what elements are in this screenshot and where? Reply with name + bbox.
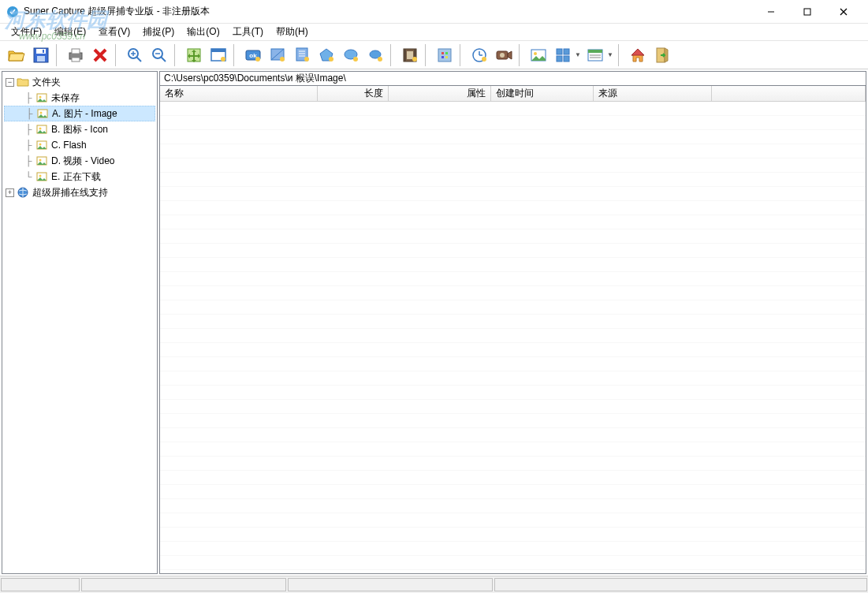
menu-file[interactable]: 文件(F): [5, 24, 48, 40]
capture-region-button[interactable]: [266, 43, 289, 67]
capture-ok-button[interactable]: ok: [241, 43, 265, 67]
svg-rect-7: [37, 56, 45, 62]
printer-icon: [67, 47, 84, 64]
menu-view[interactable]: 查看(V): [92, 24, 136, 40]
capture-round-button[interactable]: [363, 43, 387, 67]
menu-help[interactable]: 帮助(H): [270, 24, 315, 40]
status-cell-2: [81, 578, 286, 591]
tree-item-video[interactable]: ├ D. 视频 - Video: [4, 153, 155, 169]
clock-icon: [471, 47, 488, 64]
svg-rect-52: [557, 49, 562, 54]
save-button[interactable]: [29, 43, 53, 67]
zoom-out-icon: [151, 47, 168, 64]
svg-rect-41: [407, 51, 413, 59]
minimize-button[interactable]: [753, 0, 789, 24]
capture-window-button[interactable]: [207, 43, 230, 67]
col-extra[interactable]: [712, 86, 866, 101]
tree-item-icon[interactable]: ├ B. 图标 - Icon: [4, 121, 155, 137]
menu-capture[interactable]: 捕捉(P): [136, 24, 181, 40]
fullscreen-icon: [185, 47, 203, 64]
image-small-icon: [35, 155, 48, 167]
tree-root-support[interactable]: + 超级屏捕在线支持: [4, 185, 155, 200]
svg-rect-43: [438, 49, 451, 62]
zoom-out-button[interactable]: [147, 43, 171, 67]
tree-label: D. 视频 - Video: [51, 155, 114, 168]
svg-point-33: [329, 57, 333, 62]
list-body[interactable]: [160, 102, 866, 573]
close-button[interactable]: [825, 0, 862, 24]
capture-shape1-button[interactable]: [315, 43, 338, 67]
capture-color-button[interactable]: [433, 43, 456, 67]
file-list[interactable]: 名称 长度 属性 创建时间 来源: [159, 86, 866, 574]
door-exit-icon: [654, 47, 671, 64]
menu-edit[interactable]: 编辑(E): [48, 24, 92, 40]
col-name[interactable]: 名称: [160, 86, 318, 101]
expand-icon[interactable]: +: [6, 188, 14, 197]
timer-button[interactable]: [468, 43, 491, 67]
col-size[interactable]: 长度: [318, 86, 389, 101]
collapse-icon[interactable]: −: [6, 78, 14, 87]
title-bar: Super Capture 超级屏捕专业版 - 非注册版本: [0, 0, 868, 24]
svg-rect-2: [804, 9, 810, 15]
col-attr[interactable]: 属性: [389, 86, 491, 101]
svg-point-24: [221, 57, 225, 62]
floppy-icon: [32, 47, 50, 64]
record-button[interactable]: [492, 43, 516, 67]
polygon-icon: [318, 47, 335, 64]
path-bar: C:\Users\pc0359\Documents\и 糇误\Image\: [159, 71, 866, 86]
capture-ellipse-button[interactable]: [339, 43, 363, 67]
svg-rect-6: [36, 49, 46, 54]
maximize-button[interactable]: [789, 0, 825, 24]
svg-point-70: [39, 159, 42, 162]
svg-line-19: [161, 57, 166, 62]
tree-label: 超级屏捕在线支持: [32, 186, 108, 200]
tree-label: A. 图片 - Image: [52, 107, 117, 121]
list-mode-button[interactable]: [583, 43, 607, 67]
film-icon: [401, 47, 419, 64]
col-source[interactable]: 来源: [594, 86, 712, 101]
svg-rect-53: [564, 49, 569, 54]
capture-full-button[interactable]: [182, 43, 206, 67]
svg-point-31: [304, 57, 309, 62]
image-small-icon: [35, 170, 48, 183]
print-button[interactable]: [64, 43, 88, 67]
home-button[interactable]: [626, 43, 650, 67]
zoom-in-icon: [126, 47, 143, 64]
globe-icon: [17, 186, 29, 199]
tree-root-folders[interactable]: − 文件夹: [4, 74, 155, 90]
tree-item-unsaved[interactable]: ├ 未保存: [4, 90, 155, 106]
capture-video-button[interactable]: [398, 43, 422, 67]
sidebar-tree[interactable]: − 文件夹 ├ 未保存 ├ A. 图片 - Image ├ B. 图标 - Ic…: [2, 71, 158, 574]
svg-point-66: [39, 128, 42, 130]
menu-output[interactable]: 输出(O): [181, 24, 225, 40]
edit-image-button[interactable]: [527, 43, 550, 67]
menu-bar: 文件(F) 编辑(E) 查看(V) 捕捉(P) 输出(O) 工具(T) 帮助(H…: [0, 24, 868, 41]
capture-scroll-button[interactable]: [290, 43, 314, 67]
tree-label: E. 正在下载: [51, 170, 101, 184]
image-small-icon: [36, 107, 49, 120]
status-cell-3: [288, 578, 493, 591]
status-cell-1: [1, 578, 80, 591]
exit-button[interactable]: [650, 43, 674, 67]
camera-icon: [495, 47, 512, 64]
toolbar: ok ▼ ▼: [0, 41, 868, 69]
tree-item-flash[interactable]: ├ C. Flash: [4, 137, 155, 153]
chevron-down-icon[interactable]: ▼: [575, 51, 583, 58]
column-headers: 名称 长度 属性 创建时间 来源: [160, 86, 866, 102]
tree-item-image[interactable]: ├ A. 图片 - Image: [4, 106, 155, 121]
chevron-down-icon[interactable]: ▼: [607, 51, 615, 58]
image-small-icon: [35, 139, 48, 151]
image-small-icon: [35, 123, 48, 136]
svg-point-49: [500, 53, 505, 58]
zoom-in-button[interactable]: [123, 43, 147, 67]
menu-tools[interactable]: 工具(T): [226, 24, 270, 40]
svg-point-68: [39, 144, 42, 146]
tree-item-downloading[interactable]: └ E. 正在下载: [4, 169, 155, 185]
delete-button[interactable]: [88, 43, 112, 67]
svg-point-47: [482, 57, 486, 62]
col-created[interactable]: 创建时间: [491, 86, 594, 101]
svg-point-72: [39, 175, 42, 177]
view-mode-button[interactable]: [551, 43, 575, 67]
open-button[interactable]: [5, 43, 28, 67]
svg-point-62: [39, 96, 42, 99]
